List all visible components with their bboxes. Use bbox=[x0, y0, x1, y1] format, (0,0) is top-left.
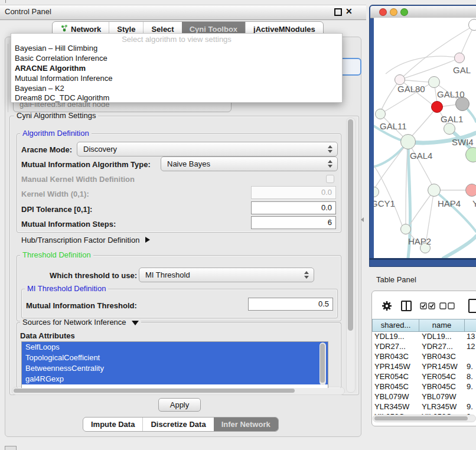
settings-hscrollbar-thumb[interactable] bbox=[14, 389, 295, 393]
tab-infer-network[interactable]: Infer Network bbox=[214, 418, 278, 431]
node-label: GAL80 bbox=[397, 84, 425, 94]
table-hscrollbar[interactable] bbox=[373, 415, 476, 422]
algorithm-option[interactable]: Basic Correlation Inference bbox=[14, 54, 107, 63]
column-header-shared[interactable]: shared... bbox=[372, 319, 419, 332]
algorithm-option[interactable]: Dream8 DC_TDC Algorithm bbox=[14, 93, 109, 103]
which-threshold-select[interactable]: MI Threshold bbox=[139, 268, 314, 282]
cell-shared: YER054C bbox=[372, 371, 419, 381]
collapsed-arrow-icon bbox=[145, 237, 150, 243]
table-row[interactable]: YLR345WYLR345W9. bbox=[372, 402, 476, 412]
algorithm-option[interactable]: Bayesian – Hill Climbing bbox=[14, 44, 97, 53]
network-node[interactable] bbox=[400, 224, 411, 234]
deselect-all-icon[interactable] bbox=[439, 302, 455, 311]
attribute-item[interactable]: gal4RGexp bbox=[22, 374, 328, 384]
mi-type-value: Naive Bayes bbox=[167, 157, 210, 171]
mi-threshold-label: Mutual Information Threshold: bbox=[26, 301, 137, 310]
network-node[interactable] bbox=[465, 184, 476, 197]
table-hscrollbar-thumb[interactable] bbox=[374, 416, 468, 420]
attributes-scrollbar-thumb[interactable] bbox=[320, 344, 325, 383]
kernel-width-input[interactable]: 0.0 bbox=[251, 186, 336, 199]
table-row[interactable]: YDL19...YDL19...13 bbox=[372, 331, 476, 341]
network-node[interactable] bbox=[468, 19, 476, 31]
network-node[interactable] bbox=[444, 123, 455, 135]
mi-steps-input[interactable]: 6 bbox=[251, 216, 336, 229]
dpi-tolerance-label: DPI Tolerance [0,1]: bbox=[21, 205, 92, 214]
screen: Control Panel Network Style Select Cyni … bbox=[0, 0, 476, 450]
table-row[interactable]: YBR045CYBR045C9. bbox=[372, 381, 476, 392]
apply-button[interactable]: Apply bbox=[158, 398, 201, 412]
attribute-item[interactable]: TopologicalCoefficient bbox=[22, 353, 328, 363]
dpi-tolerance-input[interactable]: 0.0 bbox=[251, 201, 336, 214]
partial-toolbar-icon[interactable] bbox=[468, 299, 476, 313]
hub-section-header[interactable]: Hub/Transcription Factor Definition bbox=[21, 236, 150, 244]
aracne-mode-label: Aracne Mode: bbox=[21, 145, 72, 154]
algorithm-option[interactable]: Mutual Information Inference bbox=[14, 74, 112, 83]
panel-divider-handle[interactable] bbox=[361, 217, 364, 222]
close-traffic-light[interactable] bbox=[379, 8, 387, 16]
cell-extra bbox=[465, 351, 476, 361]
close-icon[interactable] bbox=[345, 6, 353, 16]
mi-type-label: Mutual Information Algorithm Type: bbox=[21, 160, 151, 169]
cell-extra: 12 bbox=[465, 341, 476, 351]
collapsed-panel-button[interactable] bbox=[5, 446, 17, 450]
data-attributes-list: SelfLoops TopologicalCoefficient Between… bbox=[21, 341, 328, 388]
spinner-arrows-icon bbox=[328, 160, 332, 168]
aracne-mode-select[interactable]: Discovery bbox=[77, 142, 338, 156]
node-label: GAL11 bbox=[380, 121, 407, 131]
maximize-traffic-light[interactable] bbox=[400, 8, 408, 16]
cell-name: YDR27... bbox=[419, 341, 465, 351]
algorithm-option[interactable]: Bayesian – K2 bbox=[14, 84, 64, 93]
network-node[interactable] bbox=[428, 76, 440, 88]
float-window-icon[interactable] bbox=[334, 8, 342, 16]
manual-kernel-checkbox[interactable] bbox=[326, 175, 334, 183]
cyni-settings-title: Cyni Algorithm Settings bbox=[14, 112, 98, 120]
control-panel-title: Control Panel bbox=[5, 7, 51, 16]
network-node-selected[interactable] bbox=[431, 101, 443, 113]
select-all-icon[interactable] bbox=[420, 302, 435, 311]
sources-header[interactable]: Sources for Network Inference bbox=[20, 318, 141, 327]
settings-hscrollbar[interactable] bbox=[12, 387, 345, 395]
node-label: GAL1 bbox=[441, 114, 463, 124]
gear-icon[interactable] bbox=[381, 300, 393, 314]
minimize-traffic-light[interactable] bbox=[390, 8, 397, 16]
table-row[interactable]: YBR043CYBR043C bbox=[372, 351, 476, 361]
table-row[interactable]: YER054CYER054C8. bbox=[372, 371, 476, 381]
algorithm-placeholder: Select algorithm to view settings bbox=[11, 35, 342, 44]
mi-type-select[interactable]: Naive Bayes bbox=[161, 156, 338, 171]
node-label: GAL4 bbox=[410, 151, 432, 161]
network-node[interactable] bbox=[400, 134, 416, 149]
table-row[interactable]: YDR27...YDR27...12 bbox=[372, 341, 476, 351]
settings-vscrollbar-thumb[interactable] bbox=[348, 119, 353, 331]
column-header-name[interactable]: name bbox=[419, 319, 464, 332]
cell-name: YBR043C bbox=[419, 351, 465, 361]
cell-shared: YBR045C bbox=[372, 381, 419, 392]
attribute-item[interactable]: SelfLoops bbox=[22, 342, 328, 353]
node-label: Y bbox=[472, 198, 476, 208]
table-row[interactable]: YBL079WYBL079W bbox=[372, 392, 476, 402]
network-node[interactable] bbox=[375, 109, 386, 119]
tab-infer-network-label: Infer Network bbox=[221, 418, 270, 431]
mi-threshold-input[interactable]: 0.5 bbox=[248, 298, 333, 311]
network-node[interactable] bbox=[428, 184, 441, 197]
node-label: HAP4 bbox=[438, 198, 461, 208]
attribute-item[interactable]: BetweennessCentrality bbox=[22, 363, 328, 374]
attributes-scrollbar[interactable] bbox=[319, 343, 326, 385]
tab-impute-data[interactable]: Impute Data bbox=[83, 418, 142, 431]
network-node[interactable] bbox=[454, 53, 465, 63]
tab-discretize-data[interactable]: Discretize Data bbox=[142, 418, 213, 431]
data-attributes-label: Data Attributes bbox=[20, 331, 75, 340]
settings-vscrollbar[interactable] bbox=[346, 118, 356, 393]
algorithm-option-selected[interactable]: ARACNE Algorithm bbox=[14, 64, 86, 73]
threshold-definition-title: Threshold Definition bbox=[20, 251, 93, 259]
top-left-tick bbox=[5, 0, 6, 3]
tab-impute-data-label: Impute Data bbox=[91, 418, 135, 431]
cell-shared: YBL079W bbox=[372, 392, 419, 402]
cell-shared: YDL19... bbox=[372, 331, 419, 341]
column-header-extra[interactable] bbox=[464, 319, 476, 332]
network-canvas[interactable]: GAL GAL80 GAL10 GAL1 GAL11 SWI4 GAL4 GCY… bbox=[374, 18, 476, 258]
split-columns-icon[interactable] bbox=[401, 301, 412, 311]
cell-extra: 13 bbox=[465, 331, 476, 341]
cell-extra: 8. bbox=[465, 371, 476, 381]
table-row[interactable]: YPR145WYPR145W9. bbox=[372, 361, 476, 371]
table-panel-title: Table Panel bbox=[376, 275, 416, 284]
